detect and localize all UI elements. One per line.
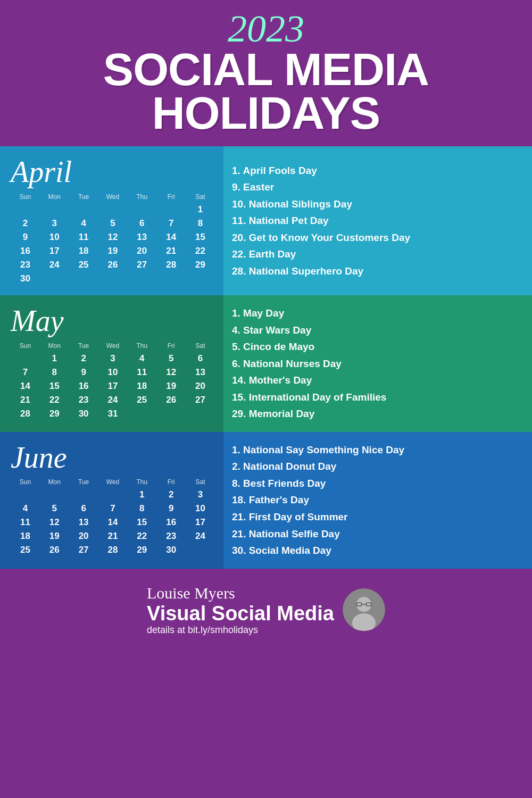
holiday-item: 21. First Day of Summer <box>232 509 521 526</box>
calendar-day-cell: 22 <box>40 393 69 407</box>
calendar-day-cell <box>156 203 186 217</box>
calendar-day-cell: 25 <box>69 258 98 272</box>
holiday-item: 30. Social Media Day <box>232 542 521 559</box>
calendar-day-cell: 13 <box>186 365 215 379</box>
calendar-day-cell: 11 <box>69 230 98 244</box>
calendar-week-row: 16171819202122 <box>11 244 215 258</box>
calendar-day-cell: 5 <box>40 502 69 516</box>
calendar-day-cell: 26 <box>156 393 186 407</box>
calendar-weekday-header: Sun <box>11 341 40 352</box>
calendar-day-cell: 5 <box>98 217 128 230</box>
calendar-day-cell: 13 <box>127 230 156 244</box>
calendar-day-cell: 4 <box>69 217 98 230</box>
calendar-day-cell: 10 <box>98 365 128 379</box>
calendar-day-cell: 10 <box>186 502 215 516</box>
calendar-week-row: 1 <box>11 203 215 217</box>
calendar-day-cell: 7 <box>11 365 40 379</box>
calendar-weekday-header: Tue <box>69 477 98 488</box>
calendar-day-cell: 2 <box>69 352 98 365</box>
main-title: Social Media Holidays <box>11 48 521 135</box>
calendar-day-cell: 6 <box>69 502 98 516</box>
calendar-day-cell: 26 <box>98 258 128 272</box>
calendar-day-cell: 2 <box>156 488 186 502</box>
calendar-day-cell: 10 <box>40 230 69 244</box>
calendar-day-cell: 19 <box>98 244 128 258</box>
calendar-day-cell: 15 <box>127 516 156 529</box>
calendar-day-cell: 17 <box>98 379 128 393</box>
calendar-day-cell: 13 <box>69 516 98 529</box>
holiday-item: 14. Mother's Day <box>232 372 521 389</box>
calendar-day-cell: 18 <box>69 244 98 258</box>
calendar-day-cell: 6 <box>127 217 156 230</box>
holiday-item: 10. National Siblings Day <box>232 196 521 213</box>
holiday-item: 20. Get to Know Your Customers Day <box>232 229 521 246</box>
calendar-day-cell: 17 <box>40 244 69 258</box>
holiday-item: 28. National Superhero Day <box>232 263 521 280</box>
calendar-day-cell: 17 <box>186 516 215 529</box>
calendar-week-row: 11121314151617 <box>11 516 215 529</box>
calendar-day-cell: 22 <box>127 529 156 543</box>
holidays-col-april: 1. April Fools Day9. Easter10. National … <box>223 146 532 295</box>
month-section-june: JuneSunMonTueWedThuFriSat123456789101112… <box>0 432 532 569</box>
calendar-day-cell: 15 <box>186 230 215 244</box>
calendar-day-cell: 21 <box>11 393 40 407</box>
calendar-day-cell: 1 <box>40 352 69 365</box>
calendar-grid-april: SunMonTueWedThuFriSat1234567891011121314… <box>11 192 215 286</box>
calendar-day-cell <box>40 272 69 286</box>
calendar-day-cell <box>127 203 156 217</box>
calendar-day-cell: 25 <box>11 543 40 557</box>
calendar-day-cell <box>186 272 215 286</box>
holiday-item: 5. Cinco de Mayo <box>232 338 521 355</box>
calendar-day-cell <box>40 203 69 217</box>
calendar-weekday-header: Sun <box>11 192 40 203</box>
calendar-weekday-header: Thu <box>127 341 156 352</box>
calendar-day-cell: 23 <box>11 258 40 272</box>
calendar-weekday-header: Mon <box>40 192 69 203</box>
calendar-day-cell: 31 <box>98 407 128 421</box>
calendar-day-cell: 12 <box>156 365 186 379</box>
calendar-day-cell <box>98 272 128 286</box>
calendar-week-row: 252627282930 <box>11 543 215 557</box>
holiday-list-may: 1. May Day4. Star Wars Day5. Cinco de Ma… <box>232 305 521 422</box>
calendar-day-cell: 12 <box>40 516 69 529</box>
calendar-day-cell: 14 <box>98 516 128 529</box>
calendar-day-cell: 3 <box>98 352 128 365</box>
calendar-day-cell: 11 <box>11 516 40 529</box>
year-text: 2023 <box>11 10 521 48</box>
calendar-day-cell: 27 <box>127 258 156 272</box>
calendar-col-may: MaySunMonTueWedThuFriSat1234567891011121… <box>0 295 223 432</box>
holiday-item: 15. International Day of Families <box>232 389 521 406</box>
calendar-weekday-header: Tue <box>69 341 98 352</box>
calendar-week-row: 30 <box>11 272 215 286</box>
calendar-day-cell <box>11 352 40 365</box>
calendar-day-cell: 4 <box>11 502 40 516</box>
footer-name: Louise Myers <box>147 584 334 603</box>
calendar-day-cell: 9 <box>11 230 40 244</box>
calendar-day-cell: 23 <box>69 393 98 407</box>
month-name-april: April <box>11 156 215 189</box>
calendar-weekday-header: Tue <box>69 192 98 203</box>
calendar-day-cell <box>11 203 40 217</box>
holiday-item: 1. May Day <box>232 305 521 322</box>
calendar-day-cell: 7 <box>156 217 186 230</box>
calendar-week-row: 78910111213 <box>11 365 215 379</box>
calendar-day-cell: 21 <box>156 244 186 258</box>
calendar-col-june: JuneSunMonTueWedThuFriSat123456789101112… <box>0 432 223 569</box>
calendar-day-cell: 18 <box>11 529 40 543</box>
calendar-day-cell <box>69 203 98 217</box>
holiday-item: 6. National Nurses Day <box>232 355 521 372</box>
calendar-day-cell: 29 <box>186 258 215 272</box>
calendar-day-cell: 3 <box>186 488 215 502</box>
calendar-day-cell <box>69 488 98 502</box>
calendar-weekday-header: Thu <box>127 192 156 203</box>
calendar-day-cell: 3 <box>40 217 69 230</box>
footer-url: details at bit.ly/smholidays <box>147 625 334 636</box>
calendar-day-cell: 22 <box>186 244 215 258</box>
calendar-day-cell: 25 <box>127 393 156 407</box>
calendar-day-cell: 9 <box>156 502 186 516</box>
calendar-day-cell <box>186 543 215 557</box>
month-name-may: May <box>11 305 215 338</box>
calendar-day-cell: 8 <box>186 217 215 230</box>
calendar-day-cell: 14 <box>11 379 40 393</box>
calendar-week-row: 2345678 <box>11 217 215 230</box>
